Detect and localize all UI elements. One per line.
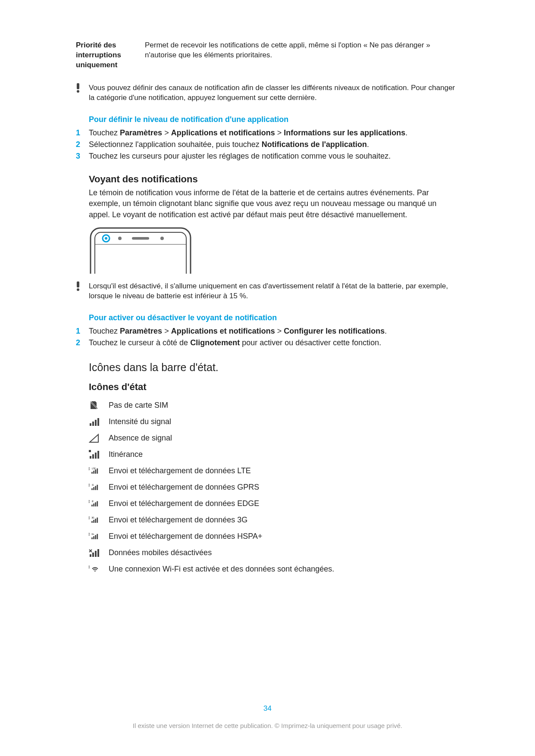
svg-text:G: G <box>92 484 94 486</box>
step: 2 Touchez le curseur à côté de Clignotem… <box>76 337 459 348</box>
svg-rect-10 <box>77 83 79 89</box>
note-text: Vous pouvez définir des canaux de notifi… <box>89 83 459 103</box>
svg-text:3G: 3G <box>91 517 94 519</box>
table-row: Absence de signal <box>89 430 459 446</box>
section-heading-status-icons: Icônes dans la barre d'état. <box>89 361 459 374</box>
step-text: Sélectionnez l'application souhaitée, pu… <box>89 139 459 150</box>
option-description: Permet de recevoir les notifications de … <box>145 41 459 70</box>
table-row: G Envoi et téléchargement de données GPR… <box>89 479 459 495</box>
alert-icon <box>76 281 89 292</box>
status-icon-table: Pas de carte SIM Intensité du signal Abs… <box>89 397 459 577</box>
svg-point-17 <box>118 237 122 240</box>
table-row: Une connexion Wi-Fi est activée et des d… <box>89 561 459 577</box>
step: 1 Touchez Paramètres > Applications et n… <box>76 326 459 337</box>
procedure-title: Pour activer ou désactiver le voyant de … <box>89 313 459 322</box>
svg-rect-20 <box>77 281 79 287</box>
table-row: H+ Envoi et téléchargement de données HS… <box>89 528 459 544</box>
gprs-data-icon: G <box>89 482 109 492</box>
note-channels: Vous pouvez définir des canaux de notifi… <box>76 83 459 103</box>
table-row: Pas de carte SIM <box>89 397 459 413</box>
table-row: LTE Envoi et téléchargement de données L… <box>89 462 459 479</box>
table-row: E Envoi et téléchargement de données EDG… <box>89 495 459 512</box>
icon-label: Envoi et téléchargement de données LTE <box>109 466 459 475</box>
mobile-data-off-icon <box>89 547 109 558</box>
note-led-disabled: Lorsqu'il est désactivé, il s'allume uni… <box>76 281 459 301</box>
step-number: 3 <box>76 151 89 162</box>
wifi-data-icon <box>89 564 109 574</box>
step-text: Touchez les curseurs pour ajuster les ré… <box>89 151 459 162</box>
table-row: Données mobiles désactivées <box>89 544 459 561</box>
procedure-steps: 1 Touchez Paramètres > Applications et n… <box>76 128 459 162</box>
step-text: Touchez Paramètres > Applications et not… <box>89 128 459 138</box>
procedure-title: Pour définir le niveau de notification d… <box>89 115 459 124</box>
option-row: Priorité des interruptions uniquement Pe… <box>76 41 459 70</box>
page-number: 34 <box>0 704 535 713</box>
table-row: Intensité du signal <box>89 413 459 430</box>
option-label: Priorité des interruptions uniquement <box>76 41 132 70</box>
icon-label: Envoi et téléchargement de données HSPA+ <box>109 532 459 541</box>
svg-point-19 <box>160 237 164 240</box>
table-row: 3G Envoi et téléchargement de données 3G <box>89 512 459 528</box>
icon-label: Absence de signal <box>109 434 459 443</box>
edge-data-icon: E <box>89 498 109 509</box>
hspa-plus-data-icon: H+ <box>89 531 109 541</box>
icon-label: Intensité du signal <box>109 417 459 426</box>
no-sim-icon <box>89 400 109 410</box>
svg-point-21 <box>77 288 79 291</box>
step-number: 2 <box>76 337 89 348</box>
icon-label: Une connexion Wi-Fi est activée et des d… <box>109 565 459 574</box>
svg-rect-18 <box>132 237 149 240</box>
step-text: Touchez le curseur à côté de Clignotemen… <box>89 337 459 348</box>
step: 3 Touchez les curseurs pour ajuster les … <box>76 151 459 162</box>
lte-data-icon: LTE <box>89 465 109 476</box>
procedure-steps: 1 Touchez Paramètres > Applications et n… <box>76 326 459 348</box>
section-body-led: Le témoin de notification vous informe d… <box>89 187 459 220</box>
svg-rect-24 <box>89 450 91 452</box>
icon-label: Envoi et téléchargement de données 3G <box>109 515 459 525</box>
step: 1 Touchez Paramètres > Applications et n… <box>76 128 459 138</box>
signal-strength-icon <box>89 416 109 427</box>
section-heading-led: Voyant des notifications <box>89 174 459 185</box>
svg-point-16 <box>105 237 107 240</box>
icon-label: Pas de carte SIM <box>109 401 459 410</box>
no-signal-icon <box>89 433 109 443</box>
phone-illustration <box>89 226 459 275</box>
footer-note: Il existe une version Internet de cette … <box>0 722 535 729</box>
three-g-data-icon: 3G <box>89 515 109 525</box>
icon-label: Données mobiles désactivées <box>109 548 459 557</box>
table-row: Itinérance <box>89 446 459 462</box>
note-text: Lorsqu'il est désactivé, il s'allume uni… <box>89 281 459 301</box>
subheading-status-icons: Icônes d'état <box>89 381 459 393</box>
step: 2 Sélectionnez l'application souhaitée, … <box>76 139 459 150</box>
page: Priorité des interruptions uniquement Pe… <box>0 0 535 756</box>
step-number: 1 <box>76 326 89 337</box>
svg-point-11 <box>77 90 79 93</box>
icon-label: Itinérance <box>109 450 459 459</box>
svg-text:LTE: LTE <box>92 468 96 470</box>
step-number: 2 <box>76 139 89 150</box>
svg-text:E: E <box>92 500 94 503</box>
icon-label: Envoi et téléchargement de données GPRS <box>109 483 459 492</box>
svg-text:H+: H+ <box>91 533 94 535</box>
step-text: Touchez Paramètres > Applications et not… <box>89 326 459 337</box>
roaming-icon <box>89 449 109 459</box>
step-number: 1 <box>76 128 89 138</box>
icon-label: Envoi et téléchargement de données EDGE <box>109 499 459 508</box>
alert-icon <box>76 83 89 94</box>
